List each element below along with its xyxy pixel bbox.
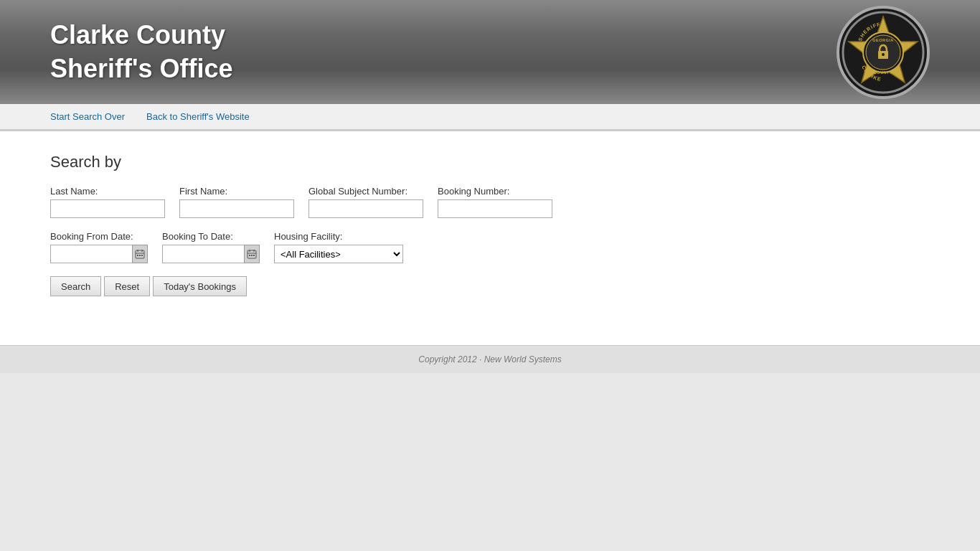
housing-facility-select[interactable]: <All Facilities> [274,245,403,263]
page-header: Clarke County Sheriff's Office SHERIFF G… [0,0,980,104]
form-buttons-row: Search Reset Today's Bookings [50,276,930,296]
svg-rect-15 [139,255,141,256]
global-subject-input[interactable] [308,199,423,218]
first-name-field: First Name: [179,186,294,218]
housing-facility-field: Housing Facility: <All Facilities> [274,231,403,263]
search-button[interactable]: Search [50,276,101,296]
copyright-text: Copyright 2012 · New World Systems [418,354,561,364]
booking-from-date-wrapper [50,245,148,263]
booking-number-label: Booking Number: [438,186,552,197]
sheriff-badge: SHERIFF GEORGIA CLARKE COUNTY [837,6,930,99]
booking-number-field: Booking Number: [438,186,552,218]
booking-from-label: Booking From Date: [50,231,148,242]
form-row-1: Last Name: First Name: Global Subject Nu… [50,186,930,218]
start-search-over-link[interactable]: Start Search Over [50,111,125,122]
reset-button[interactable]: Reset [104,276,150,296]
booking-to-calendar-icon[interactable] [244,245,260,263]
svg-rect-22 [251,255,253,256]
svg-rect-21 [249,255,250,256]
svg-point-5 [882,53,885,56]
site-title: Clarke County Sheriff's Office [50,19,233,86]
last-name-label: Last Name: [50,186,165,197]
svg-rect-16 [141,255,143,256]
booking-to-label: Booking To Date: [162,231,260,242]
svg-text:GEORGIA: GEORGIA [872,38,893,42]
housing-facility-label: Housing Facility: [274,231,403,242]
booking-to-input[interactable] [162,245,245,263]
first-name-label: First Name: [179,186,294,197]
svg-rect-14 [137,255,138,256]
booking-from-input[interactable] [50,245,133,263]
first-name-input[interactable] [179,199,294,218]
last-name-input[interactable] [50,199,165,218]
booking-from-calendar-icon[interactable] [132,245,148,263]
svg-rect-10 [136,250,144,258]
svg-rect-17 [248,250,256,258]
booking-number-input[interactable] [438,199,552,218]
global-subject-label: Global Subject Number: [308,186,423,197]
navigation-bar: Start Search Over Back to Sheriff's Webs… [0,104,980,130]
today-bookings-button[interactable]: Today's Bookings [153,276,247,296]
svg-text:COUNTY: COUNTY [874,70,892,75]
booking-from-field: Booking From Date: [50,231,148,263]
global-subject-field: Global Subject Number: [308,186,423,218]
svg-rect-23 [253,255,255,256]
search-by-heading: Search by [50,153,930,171]
booking-to-date-wrapper [162,245,260,263]
form-row-2: Booking From Date: Booking To [50,231,930,263]
booking-to-field: Booking To Date: [162,231,260,263]
page-footer: Copyright 2012 · New World Systems [0,345,980,373]
back-to-sheriffs-website-link[interactable]: Back to Sheriff's Website [146,111,250,122]
last-name-field: Last Name: [50,186,165,218]
main-content: Search by Last Name: First Name: Global … [0,130,980,345]
